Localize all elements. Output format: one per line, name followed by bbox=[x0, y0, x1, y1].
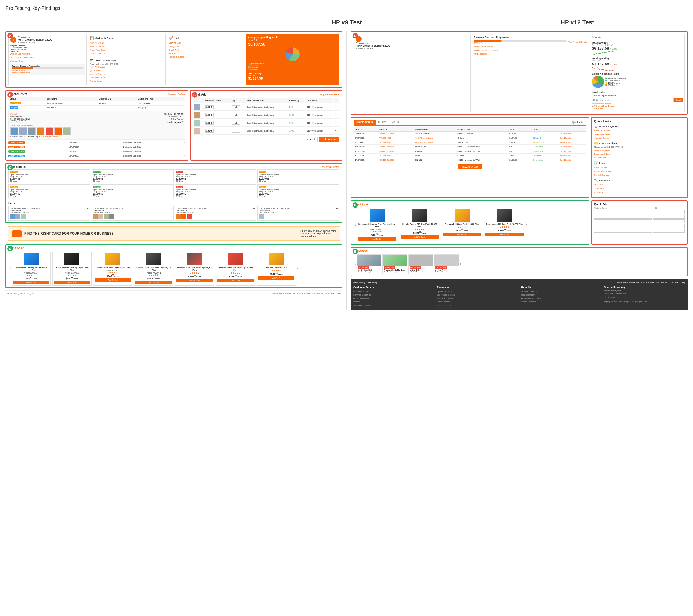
see-details-link[interactable]: See Details bbox=[560, 137, 571, 139]
project-loan-v12[interactable]: Project Loan bbox=[594, 156, 685, 160]
add-to-cart-btn-v12[interactable]: Add To Cart bbox=[486, 233, 523, 236]
quick-add-list[interactable]: Quick Add bbox=[169, 48, 243, 52]
see-details-link[interactable]: See Details bbox=[560, 159, 571, 161]
edit-credit-v12[interactable]: Add or Edit Credit Cards bbox=[474, 49, 587, 52]
diy-projects[interactable]: DIY Projects & Ideas bbox=[437, 293, 518, 297]
pay-credit-card[interactable]: Pay Your Credit Card bbox=[353, 293, 434, 297]
job-leads[interactable]: Job Leads bbox=[594, 187, 685, 191]
see-details-link[interactable]: See Details bbox=[560, 154, 571, 157]
my-locals[interactable]: My Locals bbox=[169, 52, 243, 55]
truck-tool-rental[interactable]: Truck & Tool Rental bbox=[437, 297, 518, 300]
moving-services[interactable]: Moving Services bbox=[437, 304, 518, 307]
view-all-quotes[interactable]: View All Quotes bbox=[90, 45, 164, 48]
delete-item[interactable]: ✕ bbox=[334, 122, 336, 124]
see-details-link[interactable]: See Details bbox=[560, 145, 571, 148]
model-input[interactable] bbox=[205, 105, 214, 109]
home-services[interactable]: Home Services bbox=[437, 300, 518, 304]
order-link[interactable]: HO159-144646 bbox=[378, 132, 414, 136]
model-input[interactable] bbox=[205, 113, 214, 117]
add-to-cart-btn[interactable]: Add To Cart bbox=[135, 281, 172, 284]
project-starters-list[interactable]: Project Starters bbox=[169, 55, 243, 59]
add-po-link[interactable]: Add PO/Job Name bbox=[414, 140, 456, 145]
add-to-cart-btn[interactable]: Add To Cart bbox=[176, 279, 213, 282]
my-quotes-link[interactable]: My Quotes bbox=[169, 45, 243, 48]
phone-input[interactable] bbox=[592, 98, 674, 102]
view-rewards-link-v12[interactable]: View Rewards Details bbox=[568, 41, 587, 43]
specials-offers[interactable]: Specials & Offers bbox=[437, 290, 518, 293]
project-starters[interactable]: Project Starters bbox=[90, 52, 164, 55]
order-cancellation[interactable]: Order Cancellation bbox=[353, 297, 434, 300]
model-input[interactable] bbox=[205, 121, 214, 125]
shipping-delivery[interactable]: Shipping & Delivery bbox=[353, 304, 434, 307]
project-loan[interactable]: Project Loan bbox=[90, 80, 164, 83]
see-details-link[interactable]: See Details bbox=[560, 141, 571, 144]
home-depot-foundation[interactable]: Home Depot Foundation bbox=[520, 297, 601, 300]
model-item-input[interactable] bbox=[594, 219, 652, 223]
add-to-cart-btn[interactable]: Add To C bbox=[258, 276, 294, 280]
chat-link[interactable]: 💬 Chat with an Expert bbox=[592, 105, 682, 107]
add-to-cart-button[interactable]: Add to Cart bbox=[319, 137, 339, 142]
tab-quick-add[interactable]: Quick Add bbox=[569, 120, 586, 125]
tab-my-list[interactable]: My List bbox=[389, 120, 402, 125]
model-item-input[interactable] bbox=[594, 224, 652, 228]
edit-account-link[interactable]: Add or Edit Account bbox=[11, 52, 85, 56]
quick-add-v12-link[interactable]: Quick Add bbox=[594, 183, 685, 187]
order-link[interactable]: HO111-494300 bbox=[378, 145, 414, 149]
account-links[interactable]: Add or Edit Account Add or Edit Credit C… bbox=[11, 52, 85, 63]
add-to-cart-btn-v12[interactable]: Add To Cart bbox=[443, 233, 481, 236]
qty-item-input[interactable] bbox=[653, 215, 685, 219]
create-new-list[interactable]: Create A New List bbox=[594, 170, 685, 173]
col-origin[interactable]: Order Origin ▼ bbox=[456, 127, 508, 132]
col-date[interactable]: Date ▼ bbox=[354, 127, 378, 132]
copy-paste-link[interactable]: Copy & Paste Items bbox=[319, 93, 339, 96]
qty-input[interactable] bbox=[232, 113, 240, 117]
orders-links[interactable]: View All Orders View All Quotes Track Yo… bbox=[90, 41, 164, 55]
list-settings-icon[interactable]: ⚙ bbox=[87, 207, 89, 210]
qty-item-input[interactable] bbox=[653, 210, 685, 214]
track-your-order[interactable]: Track Your Order bbox=[594, 133, 685, 137]
qty-input[interactable] bbox=[232, 105, 240, 109]
model-item-input[interactable] bbox=[594, 210, 652, 214]
make-payment-v12[interactable]: Make a Payment bbox=[594, 148, 685, 153]
qty-item-input[interactable] bbox=[653, 224, 685, 228]
view-rewards-link[interactable]: View Rewards Details bbox=[12, 72, 30, 74]
view-all-quotes[interactable]: View All Quotes bbox=[594, 136, 685, 140]
next-arrow-resources[interactable]: › bbox=[459, 261, 462, 266]
delete-item[interactable]: ✕ bbox=[334, 106, 336, 108]
view-all-orders-btn[interactable]: View All Orders bbox=[457, 164, 482, 170]
qty-input[interactable] bbox=[232, 121, 240, 125]
track-order[interactable]: Track Your Order bbox=[90, 48, 164, 52]
qty-input[interactable] bbox=[232, 129, 240, 133]
list-settings-icon[interactable]: ⚙ bbox=[336, 207, 338, 210]
investor-relations[interactable]: Investor Relations bbox=[520, 300, 601, 304]
corporate-info[interactable]: Corporate Information bbox=[520, 290, 601, 293]
pay-manage-card[interactable]: Pay & Manage Your Card bbox=[604, 292, 685, 296]
view-all-orders[interactable]: View All Orders bbox=[90, 41, 164, 45]
add-to-cart-btn[interactable]: Add To Cart bbox=[54, 281, 90, 284]
qty-item-input[interactable] bbox=[653, 228, 685, 233]
view-all-orders-link[interactable]: View All Orders bbox=[168, 93, 185, 96]
model-item-input[interactable] bbox=[594, 215, 652, 219]
list-settings-icon[interactable]: ⚙ bbox=[253, 207, 255, 210]
address-book-link[interactable]: Address Book bbox=[11, 59, 85, 63]
view-all-lists-v12[interactable]: View All Lists bbox=[594, 166, 685, 170]
add-to-cart-btn-v12[interactable]: Add To Cart bbox=[358, 237, 396, 241]
col-total[interactable]: Total ▼ bbox=[508, 127, 532, 132]
order-link[interactable]: W12386432 bbox=[378, 140, 414, 145]
exclusive-offers-v12[interactable]: Exclusive Offers bbox=[594, 152, 685, 156]
next-arrow[interactable]: › bbox=[296, 266, 299, 271]
edit-account-v12[interactable]: Add or Edit Account bbox=[474, 45, 587, 49]
list-settings-icon[interactable]: ⚙ bbox=[170, 207, 172, 210]
see-details-link[interactable]: See Details bbox=[560, 133, 571, 135]
qty-item-input[interactable] bbox=[653, 219, 685, 223]
view-quotes[interactable]: View All Quotes bbox=[90, 65, 164, 69]
delete-item[interactable]: ✕ bbox=[334, 130, 336, 132]
send-button[interactable]: Send bbox=[674, 98, 682, 102]
prev-arrow[interactable]: ‹ bbox=[8, 266, 12, 271]
add-po-link[interactable]: Add PO/Job Name bbox=[414, 136, 456, 140]
add-to-cart-btn[interactable]: Add To Cart bbox=[13, 281, 50, 284]
returns-link[interactable]: Returns bbox=[353, 300, 434, 304]
check-order-status[interactable]: Check Order Status bbox=[353, 290, 434, 293]
col-po[interactable]: PO/Job Name ▼ bbox=[414, 127, 456, 132]
add-to-cart-btn-v12[interactable]: Add To Cart bbox=[400, 235, 439, 239]
